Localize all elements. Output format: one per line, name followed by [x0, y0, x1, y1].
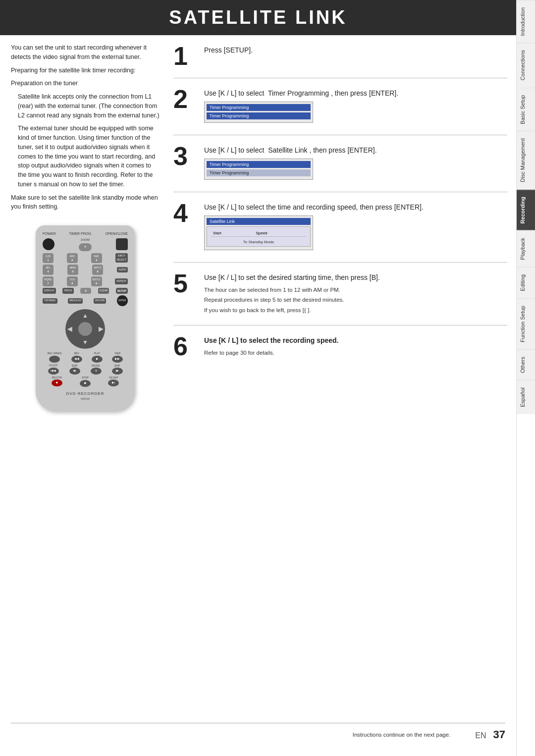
bottom-bar: Instructions continue on the next page. …: [0, 723, 516, 746]
return-button[interactable]: RETURN: [94, 298, 106, 304]
rec-speed-button[interactable]: [49, 356, 60, 363]
rec-otr-button[interactable]: ⏺: [52, 379, 62, 386]
input-select-button[interactable]: INPUTSELECT: [115, 253, 128, 263]
remote-illustration: POWER TIMER PROG. OPEN/CLOSE ZOOM ▲: [11, 225, 160, 411]
step-6-note-1: Refer to page 30 for details.: [204, 349, 507, 357]
step-3-content: Use [K / L] to select Satellite Link , t…: [204, 143, 507, 183]
step-4: 4 Use [K / L] to select the time and rec…: [173, 200, 507, 253]
repeat-button[interactable]: REPEAT: [115, 278, 128, 284]
enter-button[interactable]: ENTER: [117, 295, 128, 306]
btn-8[interactable]: TUV8: [67, 276, 78, 287]
screen-4-title: Satellite Link: [207, 218, 311, 225]
btn-4[interactable]: JKL4: [43, 265, 54, 275]
step-3-text: Use [K / L] to select Satellite Link , t…: [204, 145, 507, 156]
intro-para-1: You can set the unit to start recording …: [11, 43, 160, 62]
nav-right-arrow[interactable]: ▶: [99, 324, 103, 333]
skip-left-button[interactable]: ◀|: [69, 368, 80, 375]
step-1-number: 1: [173, 43, 199, 69]
sidebar-tab-recording[interactable]: Recording: [517, 189, 535, 230]
intro-para-4: Satellite link accepts only the connecti…: [11, 92, 160, 120]
step-2: 2 Use [K / L] to select Timer Programmin…: [173, 86, 507, 126]
nav-down-arrow[interactable]: ▼: [82, 338, 88, 347]
timer-label: TIMER PROG.: [69, 231, 92, 237]
sidebar-tab-connections[interactable]: Connections: [517, 43, 535, 87]
step-2-screen: Timer Programming Timer Programming: [204, 102, 313, 123]
step-4-text: Use [K / L] to select the time and recor…: [204, 202, 507, 213]
btn-0[interactable]: 0: [80, 288, 91, 294]
step-5-text: Use [K / L] to set the desired starting …: [204, 272, 507, 283]
step-4-number: 4: [173, 200, 199, 226]
model-label: NB090: [43, 397, 128, 401]
menu-list-button[interactable]: MENU/LIST: [68, 298, 83, 304]
left-column: You can set the unit to start recording …: [0, 43, 168, 723]
sidebar-tab-introduction[interactable]: Introduction: [517, 0, 535, 43]
step-3: 3 Use [K / L] to select Satellite Link ,…: [173, 143, 507, 183]
power-button[interactable]: [43, 238, 54, 250]
audio-button[interactable]: AUDIO: [117, 267, 128, 273]
sidebar-tab-playback[interactable]: Playback: [517, 230, 535, 267]
step-3-screen: Timer Programming Timer Programming: [204, 159, 313, 180]
clear-button[interactable]: CLEAR: [98, 288, 109, 294]
screen-3-title: Timer Programming: [207, 161, 311, 168]
btn-2[interactable]: ABC2: [67, 253, 78, 264]
rev-button[interactable]: ◀◀: [71, 356, 82, 363]
page-number: 37: [493, 728, 505, 741]
btn-3[interactable]: DEF3: [91, 253, 102, 264]
step-2-content: Use [K / L] to select Timer Programming …: [204, 86, 507, 126]
setup-button[interactable]: SETUP: [116, 288, 128, 294]
top-menu-button[interactable]: TOP MENU: [43, 298, 57, 304]
skip-right-button[interactable]: |▶: [112, 368, 123, 375]
btn-5[interactable]: MNO5: [67, 265, 78, 275]
open-close-button[interactable]: [116, 238, 128, 250]
step-6-number: 6: [173, 333, 199, 359]
screen-4-inner: Start Speed To Standby Mode: [207, 226, 311, 247]
screen-2-title: Timer Programming: [207, 104, 311, 111]
x1308-button[interactable]: |◀◀: [48, 368, 59, 375]
screen-col-start: Start: [211, 230, 253, 237]
btn-1[interactable]: GHI1: [43, 253, 54, 264]
nav-up-arrow[interactable]: ▲: [82, 311, 88, 320]
step-5-note-2: Repeat procedures in step 5 to set the d…: [204, 296, 507, 304]
stop-button[interactable]: ⏹: [80, 380, 91, 387]
step-6-text: Use [K / L] to select the recording spee…: [204, 335, 507, 346]
sidebar-tab-espanol[interactable]: Español: [517, 380, 535, 414]
timer-prog-button[interactable]: ▲: [79, 243, 92, 251]
intro-para-6: Make sure to set the satellite link stan…: [11, 193, 160, 212]
step-4-content: Use [K / L] to select the time and recor…: [204, 200, 507, 253]
step-5-notes: The hour can be selected from 1 to 12 wi…: [204, 286, 507, 315]
page-title: SATELLITE LINK: [0, 0, 516, 35]
btn-9[interactable]: WXYZ9: [91, 276, 102, 287]
open-close-label: OPEN/CLOSE: [105, 231, 128, 237]
step-6: 6 Use [K / L] to select the recording sp…: [173, 333, 507, 359]
step-4-screen: Satellite Link Start Speed To Standby Mo…: [204, 216, 313, 250]
step-2-number: 2: [173, 86, 199, 112]
intro-para-5: The external tuner should be equipped wi…: [11, 124, 160, 189]
step-1-text: Press [SETUP].: [204, 45, 507, 55]
step-5-number: 5: [173, 270, 199, 296]
sidebar-tab-others[interactable]: Others: [517, 349, 535, 380]
btn-7[interactable]: PQRS7: [43, 276, 54, 287]
screen-4-table: Start Speed: [210, 229, 307, 238]
remote-footer: DVD RECORDER NB090: [43, 391, 128, 401]
space-button[interactable]: SPACE: [62, 288, 74, 294]
btn-6[interactable]: WXYZ6: [92, 265, 103, 275]
power-label: POWER: [43, 231, 55, 237]
cm-skip-button[interactable]: ▶|: [108, 379, 119, 386]
steps-column: 1 Press [SETUP]. 2 Use [K / L] to select…: [168, 43, 516, 723]
screen-col-speed: Speed: [254, 230, 306, 237]
sidebar-tab-function-setup[interactable]: Function Setup: [517, 298, 535, 349]
screen-standby: To Standby Mode: [210, 240, 307, 244]
sidebar-tab-basic-setup[interactable]: Basic Setup: [517, 88, 535, 131]
pause-button[interactable]: ⏸: [91, 368, 102, 375]
display-button[interactable]: DISPLAY: [43, 288, 56, 294]
sidebar-tab-editing[interactable]: Editing: [517, 267, 535, 298]
step-5-note-1: The hour can be selected from 1 to 12 wi…: [204, 286, 507, 294]
step-1: 1 Press [SETUP].: [173, 43, 507, 69]
sidebar-tab-disc-management[interactable]: Disc Management: [517, 131, 535, 189]
en-label: EN: [475, 731, 486, 740]
right-sidebar: Introduction Connections Basic Setup Dis…: [516, 0, 535, 756]
play-button[interactable]: ▶: [92, 356, 103, 363]
nav-left-arrow[interactable]: ◀: [67, 324, 72, 333]
fwd-button[interactable]: ▶▶: [112, 356, 123, 363]
intro-para-3: Preparation on the tuner: [11, 79, 160, 88]
